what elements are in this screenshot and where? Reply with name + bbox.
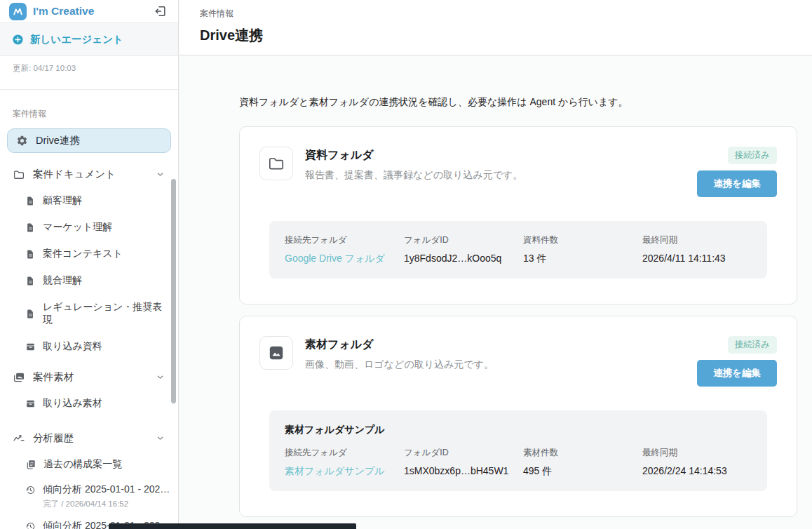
field-last-sync: 最終同期 2026/4/11 14:11:43 <box>642 234 726 265</box>
sidebar-item-regulation[interactable]: レギュレーション・推奨表現 <box>7 294 171 333</box>
chevron-down-icon <box>155 169 165 180</box>
card-head: 素材フォルダ 画像、動画、ロゴなどの取り込み元です。 接続済み 連携を編集 <box>259 336 777 387</box>
document-icon <box>25 222 36 233</box>
sidebar: I'm Creative 新しいエージェント 更新: 04/17 10:03 案… <box>0 0 179 529</box>
field-label: 接続先フォルダ <box>285 447 404 459</box>
field-folder-id: フォルダID 1sMX0bzx6p…bH45W1 <box>404 447 523 478</box>
main-area: 案件情報 Drive連携 資料フォルダと素材フォルダの連携状況を確認し、必要な操… <box>180 0 812 529</box>
logout-icon[interactable] <box>154 4 169 19</box>
field-label: フォルダID <box>404 234 523 246</box>
field-value: 495 件 <box>523 465 642 478</box>
history-item-meta: 完了 / 2026/04/14 16:52 <box>43 499 170 509</box>
content-area: 資料フォルダと素材フォルダの連携状況を確認し、必要な操作は Agent から行い… <box>180 56 812 529</box>
field-label: 資料件数 <box>523 234 642 246</box>
connected-folder-link[interactable]: 素材フォルダサンプル <box>285 465 404 478</box>
field-row: 接続先フォルダ Google Drive フォルダ フォルダID 1y8Fdso… <box>285 234 752 265</box>
sidebar-item-project-context[interactable]: 案件コンテキスト <box>7 241 171 267</box>
updated-timestamp: 更新: 04/17 10:03 <box>0 56 178 74</box>
new-agent-label: 新しいエージェント <box>30 33 123 46</box>
card-actions: 接続済み 連携を編集 <box>697 147 777 197</box>
field-folder-id: フォルダID 1y8FdsodJ2…kOoo5q <box>404 234 523 265</box>
app-title: I'm Creative <box>33 5 94 18</box>
sidebar-section-label: 案件情報 <box>13 108 165 120</box>
breadcrumb: 案件情報 <box>200 8 812 20</box>
sidebar-group-label: 案件素材 <box>33 370 74 384</box>
card-actions: 接続済み 連携を編集 <box>697 336 777 387</box>
sidebar-item-label: 顧客理解 <box>43 194 82 207</box>
edit-link-button[interactable]: 連携を編集 <box>697 360 777 387</box>
field-document-count: 資料件数 13 件 <box>523 234 642 265</box>
history-clock-icon <box>25 485 36 495</box>
new-agent-button[interactable]: 新しいエージェント <box>0 23 178 56</box>
field-label: 最終同期 <box>642 447 727 459</box>
media-icon <box>13 371 25 384</box>
archive-icon <box>25 399 36 409</box>
sidebar-item-market-understanding[interactable]: マーケット理解 <box>7 214 171 241</box>
field-value: 2026/2/24 14:14:53 <box>642 465 727 476</box>
field-value: 2026/4/11 14:11:43 <box>642 253 726 264</box>
field-material-count: 素材件数 495 件 <box>523 447 642 478</box>
card-description: 報告書、提案書、議事録などの取り込み元です。 <box>305 169 522 182</box>
status-badge: 接続済み <box>728 336 777 354</box>
chevron-down-icon <box>155 372 165 382</box>
bottom-window-edge <box>109 523 356 529</box>
sidebar-item-competitor-understanding[interactable]: 競合理解 <box>7 267 171 294</box>
plus-circle-icon <box>12 34 24 46</box>
sidebar-item-past-structures[interactable]: 過去の構成案一覧 <box>7 451 171 478</box>
chevron-down-icon <box>155 433 165 443</box>
folder-outline-icon <box>259 147 293 180</box>
document-folder-card: 資料フォルダ 報告書、提案書、議事録などの取り込み元です。 接続済み 連携を編集… <box>239 126 797 304</box>
field-value: 13 件 <box>523 253 642 265</box>
card-title: 資料フォルダ <box>305 148 522 163</box>
sidebar-item-label: 取り込み素材 <box>43 397 102 410</box>
status-badge: 接続済み <box>728 147 777 164</box>
field-value: 1sMX0bzx6p…bH45W1 <box>404 465 523 476</box>
sidebar-group-materials[interactable]: 案件素材 <box>7 364 171 390</box>
connection-detail-panel: 接続先フォルダ Google Drive フォルダ フォルダID 1y8Fdso… <box>269 221 767 279</box>
sidebar-group-label: 分析履歴 <box>33 431 74 445</box>
sidebar-nav: 案件情報 Drive連携 案件ドキュメント 顧客理解 マーケット理解 <box>0 108 178 529</box>
sidebar-item-trend-analysis-1[interactable]: 傾向分析 2025-01-01 - 202… 完了 / 2026/04/14 1… <box>7 478 171 514</box>
trend-icon <box>13 432 25 445</box>
field-label: 接続先フォルダ <box>285 234 404 246</box>
edit-link-button[interactable]: 連携を編集 <box>697 170 777 197</box>
copy-documents-icon <box>25 459 36 470</box>
field-row: 接続先フォルダ 素材フォルダサンプル フォルダID 1sMX0bzx6p…bH4… <box>285 447 752 478</box>
sidebar-divider <box>0 89 178 90</box>
sidebar-group-documents[interactable]: 案件ドキュメント <box>7 161 171 187</box>
field-label: フォルダID <box>404 447 523 459</box>
sidebar-item-label: Drive連携 <box>36 134 80 147</box>
intro-text: 資料フォルダと素材フォルダの連携状況を確認し、必要な操作は Agent から行い… <box>239 96 797 109</box>
sidebar-scrollbar[interactable] <box>171 179 176 403</box>
connected-folder-link[interactable]: Google Drive フォルダ <box>285 253 404 265</box>
document-icon <box>25 249 36 260</box>
document-icon <box>25 276 36 286</box>
sidebar-item-label: マーケット理解 <box>43 221 112 234</box>
history-item-label: 傾向分析 2025-01-01 - 202… <box>43 483 170 495</box>
sidebar-group-label: 案件ドキュメント <box>33 168 116 181</box>
field-label: 素材件数 <box>523 447 642 459</box>
folder-icon <box>13 168 25 181</box>
sidebar-item-customer-understanding[interactable]: 顧客理解 <box>7 187 171 214</box>
document-icon <box>25 309 36 319</box>
card-head: 資料フォルダ 報告書、提案書、議事録などの取り込み元です。 接続済み 連携を編集 <box>259 147 777 197</box>
field-label: 最終同期 <box>642 234 726 246</box>
panel-heading: 素材フォルダサンプル <box>285 424 752 436</box>
connection-detail-panel: 素材フォルダサンプル 接続先フォルダ 素材フォルダサンプル フォルダID 1sM… <box>269 410 767 491</box>
sidebar-item-imported-documents[interactable]: 取り込み資料 <box>7 333 171 360</box>
page-title: Drive連携 <box>200 26 812 45</box>
sidebar-item-drive-link[interactable]: Drive連携 <box>7 128 171 153</box>
sidebar-item-imported-materials[interactable]: 取り込み素材 <box>7 390 171 417</box>
image-icon <box>259 336 293 370</box>
document-icon <box>25 196 36 206</box>
field-value: 1y8FdsodJ2…kOoo5q <box>404 253 523 264</box>
sidebar-item-label: 過去の構成案一覧 <box>43 458 122 471</box>
sidebar-group-analysis[interactable]: 分析履歴 <box>7 425 171 451</box>
card-titles: 資料フォルダ 報告書、提案書、議事録などの取り込み元です。 <box>305 147 522 182</box>
field-connected-folder: 接続先フォルダ Google Drive フォルダ <box>285 234 404 265</box>
history-clock-icon <box>25 521 36 529</box>
sidebar-item-label: 取り込み資料 <box>43 340 102 353</box>
main-header: 案件情報 Drive連携 <box>180 0 812 55</box>
sidebar-item-label: 案件コンテキスト <box>43 248 123 260</box>
material-folder-card: 素材フォルダ 画像、動画、ロゴなどの取り込み元です。 接続済み 連携を編集 素材… <box>239 316 797 517</box>
